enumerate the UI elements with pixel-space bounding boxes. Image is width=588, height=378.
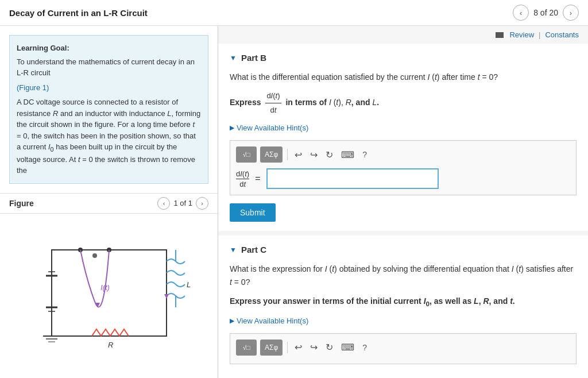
symbols-btn[interactable]: ΑΣφ xyxy=(260,146,283,163)
sqrt-btn[interactable]: √□ xyxy=(236,146,257,163)
svg-point-15 xyxy=(92,253,97,258)
nav-counter: 8 of 20 xyxy=(533,8,558,17)
part-b-header[interactable]: ▼ Part B xyxy=(230,53,577,63)
part-c-title: Part C xyxy=(241,245,266,254)
header-nav: ‹ 8 of 20 › xyxy=(513,5,579,21)
svg-text:R: R xyxy=(108,341,113,349)
part-b-express: Express dI(t) dt in terms of I (t), R, a… xyxy=(230,89,577,117)
learning-goal-text: To understand the mathematics of current… xyxy=(17,56,201,79)
svg-rect-0 xyxy=(52,250,167,336)
figure-header: Figure ‹ 1 of 1 › xyxy=(0,193,218,214)
sqrt-btn-c[interactable]: √□ xyxy=(236,340,257,356)
figure-title: Figure xyxy=(9,199,34,208)
figure-counter: 1 of 1 xyxy=(173,199,192,207)
equals-sign: = xyxy=(255,173,260,184)
redo-btn-c[interactable]: ↪ xyxy=(308,341,320,354)
part-b-question: What is the differential equation satisf… xyxy=(230,71,577,83)
prev-button[interactable]: ‹ xyxy=(513,5,529,21)
undo-btn-c[interactable]: ↩ xyxy=(292,341,304,354)
left-panel: Learning Goal: To understand the mathema… xyxy=(0,26,218,378)
part-c-hint[interactable]: ▶ View Available Hint(s) xyxy=(230,317,577,325)
learning-goal-box: Learning Goal: To understand the mathema… xyxy=(9,35,208,184)
redo-btn[interactable]: ↪ xyxy=(308,148,320,161)
fraction-num: dI(t) xyxy=(236,169,249,179)
fraction-den: dt xyxy=(239,179,246,188)
part-b-section: ▼ Part B What is the differential equati… xyxy=(218,44,588,231)
divider: | xyxy=(539,30,540,39)
svg-text:L: L xyxy=(187,280,191,289)
help-btn-c[interactable]: ? xyxy=(360,342,369,353)
top-links: Review | Constants xyxy=(218,26,588,44)
figure-link[interactable]: (Figure 1) xyxy=(17,83,49,92)
math-toolbar-c: √□ ΑΣφ ↩ ↪ ↻ ⌨ ? xyxy=(236,340,570,356)
part-c-header[interactable]: ▼ Part C xyxy=(230,245,577,254)
svg-text:I(t): I(t) xyxy=(100,283,110,292)
review-link[interactable]: Review xyxy=(509,30,534,39)
part-b-title: Part B xyxy=(241,53,266,63)
page-title: Decay of Current in an L-R Circuit xyxy=(9,8,148,18)
toolbar-separator xyxy=(287,149,288,160)
part-b-collapse-arrow[interactable]: ▼ xyxy=(230,54,237,62)
math-answer-input-b[interactable] xyxy=(266,168,439,189)
part-c-section: ▼ Part C What is the expression for I (t… xyxy=(218,236,588,378)
toolbar-separator-c xyxy=(287,342,288,353)
submit-button-b[interactable]: Submit xyxy=(230,203,276,222)
equation-lhs: dI(t) dt xyxy=(236,169,249,188)
svg-marker-24 xyxy=(164,294,169,299)
next-button[interactable]: › xyxy=(563,5,579,21)
math-input-box-b: √□ ΑΣφ ↩ ↪ ↻ ⌨ ? dI(t) xyxy=(230,140,577,195)
reset-btn-c[interactable]: ↻ xyxy=(323,341,335,354)
circuit-diagram: I(t) L R xyxy=(23,233,195,359)
part-c-collapse-arrow[interactable]: ▼ xyxy=(230,246,237,254)
figure-prev-btn[interactable]: ‹ xyxy=(157,197,170,210)
figure-area: I(t) L R xyxy=(0,214,218,378)
learning-goal-title: Learning Goal: xyxy=(17,43,201,54)
review-icon xyxy=(496,32,504,38)
symbols-btn-c[interactable]: ΑΣφ xyxy=(260,340,283,356)
help-btn[interactable]: ? xyxy=(360,149,369,160)
part-c-express: Express your answer in terms of the init… xyxy=(230,294,577,310)
math-toolbar-b: √□ ΑΣφ ↩ ↪ ↻ ⌨ ? xyxy=(236,146,570,163)
part-c-question: What is the expression for I (t) obtaine… xyxy=(230,263,577,288)
figure-nav: ‹ 1 of 1 › xyxy=(157,197,208,210)
figure-next-btn[interactable]: › xyxy=(196,197,208,210)
undo-btn[interactable]: ↩ xyxy=(292,148,304,161)
keyboard-btn-c[interactable]: ⌨ xyxy=(339,341,357,354)
math-equation-row-b: dI(t) dt = xyxy=(236,168,570,189)
keyboard-btn[interactable]: ⌨ xyxy=(339,148,357,161)
body-text: A DC voltage source is connected to a re… xyxy=(17,97,201,176)
right-panel: Review | Constants ▼ Part B What is the … xyxy=(218,26,588,378)
part-b-hint[interactable]: ▶ View Available Hint(s) xyxy=(230,124,577,132)
math-input-box-c: √□ ΑΣφ ↩ ↪ ↻ ⌨ ? xyxy=(230,333,577,364)
reset-btn[interactable]: ↻ xyxy=(323,148,335,161)
constants-link[interactable]: Constants xyxy=(545,30,579,39)
